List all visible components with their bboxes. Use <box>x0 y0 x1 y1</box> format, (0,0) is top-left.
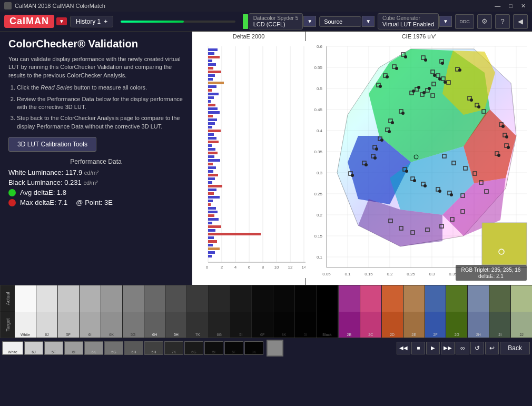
svg-point-174 <box>438 190 441 193</box>
swatch-white-actual[interactable] <box>15 285 36 312</box>
ctrl-swatch-6f[interactable]: 6F <box>224 341 243 355</box>
swatch-7k-target[interactable]: 7K <box>187 312 209 338</box>
actual-label: Actual <box>0 285 15 312</box>
svg-text:0.6: 0.6 <box>317 44 323 49</box>
swatch-2i-target[interactable]: 2I <box>489 312 511 338</box>
history-tab[interactable]: History 1 + <box>70 16 113 27</box>
ctrl-swatch-6j[interactable]: 6J <box>24 341 43 355</box>
ddc-button[interactable]: DDC <box>455 14 474 29</box>
play-button[interactable]: ▶ <box>426 342 440 354</box>
ctrl-swatch-6i[interactable]: 6I <box>64 341 83 355</box>
swatch-6j-target[interactable]: 6J <box>36 312 58 338</box>
back-nav-button[interactable]: ◀ <box>513 14 528 29</box>
swatch-6g-target[interactable]: 6G <box>209 312 230 338</box>
svg-text:0: 0 <box>206 265 209 270</box>
swatch-2g-target[interactable]: 2G <box>446 312 468 338</box>
swatch-6k-target[interactable]: 6K <box>101 312 123 338</box>
swatch-6j-actual[interactable] <box>36 285 58 312</box>
swatch-2f-actual[interactable] <box>425 285 447 312</box>
device-selector[interactable]: Datacolor Spyder 5 LCD (CCFL) <box>249 13 303 29</box>
svg-text:0.35: 0.35 <box>314 150 322 154</box>
settings-button[interactable]: ⚙ <box>477 14 492 29</box>
swatch-5f-actual[interactable] <box>58 285 80 312</box>
add-tab-button[interactable]: + <box>104 18 107 25</box>
maximize-button[interactable]: □ <box>507 3 515 9</box>
svg-rect-47 <box>208 159 220 162</box>
svg-text:8: 8 <box>262 265 264 270</box>
swatch-5i-target[interactable]: 5I <box>230 312 252 338</box>
swatch-2c-actual[interactable] <box>360 285 382 312</box>
ctrl-swatch-8k[interactable]: 8K <box>244 341 263 355</box>
swatch-2d-target[interactable]: 2D <box>382 312 403 338</box>
swatch-2j-actual[interactable] <box>511 285 532 312</box>
ctrl-swatch-6g[interactable]: 6G <box>184 341 203 355</box>
swatch-5g-target[interactable]: 5G <box>123 312 144 338</box>
ctrl-swatch-white[interactable]: White <box>2 341 23 355</box>
rewind-button[interactable]: ◀◀ <box>397 342 410 354</box>
swatch-black-target[interactable]: Black <box>317 312 339 338</box>
swatch-2h-actual[interactable] <box>468 285 489 312</box>
generator-dropdown-arrow[interactable]: ▼ <box>439 16 452 27</box>
svg-point-147 <box>417 86 420 89</box>
stop-button[interactable]: ■ <box>411 342 425 354</box>
fastforward-button[interactable]: ▶▶ <box>441 342 455 354</box>
swatch-5i-actual[interactable] <box>230 285 252 312</box>
swatch-6g-actual[interactable] <box>209 285 230 312</box>
svg-rect-43 <box>208 144 212 147</box>
svg-rect-28 <box>208 89 212 92</box>
back-button[interactable]: Back <box>500 342 530 354</box>
svg-rect-70 <box>208 244 213 246</box>
swatch-black-actual[interactable] <box>317 285 339 312</box>
ctrl-swatch-6h[interactable]: 6H <box>124 341 143 355</box>
swatch-2h-target[interactable]: 2H <box>468 312 489 338</box>
swatch-2e-actual[interactable] <box>403 285 425 312</box>
swatch-2g-actual[interactable] <box>446 285 468 312</box>
swatch-2b-actual[interactable] <box>339 285 360 312</box>
swatch-2e-target[interactable]: 2E <box>403 312 425 338</box>
ctrl-swatch-5f[interactable]: 5F <box>44 341 63 355</box>
swatch-2d-actual[interactable] <box>382 285 403 312</box>
minimize-button[interactable]: — <box>492 3 503 9</box>
help-button[interactable]: ? <box>495 14 510 29</box>
source-dropdown-arrow[interactable]: ▼ <box>362 16 375 27</box>
swatch-8k-target[interactable]: 8K <box>273 312 295 338</box>
ctrl-swatch-5h[interactable]: 5H <box>144 341 163 355</box>
swatch-white-target[interactable]: White <box>15 312 36 338</box>
swatch-6i-target[interactable]: 6I <box>80 312 101 338</box>
swatch-2b-target[interactable]: 2B <box>339 312 360 338</box>
swatch-6f-target[interactable]: 6F <box>252 312 273 338</box>
calman-logo-dropdown[interactable]: ▼ <box>56 17 67 25</box>
swatch-5h-actual[interactable] <box>165 285 187 312</box>
playback-controls: ◀◀ ■ ▶ ▶▶ ∞ ↺ ↩ Back <box>397 342 530 354</box>
swatch-5h-target[interactable]: 5H <box>165 312 187 338</box>
lut-calibration-button[interactable]: 3D LUT Calibration Tools <box>8 137 96 152</box>
swatch-6i-actual[interactable] <box>80 285 101 312</box>
swatch-5f-target[interactable]: 5F <box>58 312 80 338</box>
ctrl-swatch-5g[interactable]: 5G <box>104 341 123 355</box>
ctrl-swatch-7k[interactable]: 7K <box>164 341 183 355</box>
swatch-6k-actual[interactable] <box>101 285 123 312</box>
swatch-5i2-target[interactable]: 5I <box>295 312 317 338</box>
swatch-2j-target[interactable]: 2J <box>511 312 532 338</box>
swatch-2c-target[interactable]: 2C <box>360 312 382 338</box>
swatch-6h-target[interactable]: 6H <box>144 312 166 338</box>
swatch-5g-actual[interactable] <box>123 285 144 312</box>
ctrl-swatch-6k[interactable]: 6K <box>84 341 103 355</box>
device-dropdown-arrow[interactable]: ▼ <box>303 16 316 27</box>
svg-rect-22 <box>208 67 213 70</box>
loop-button[interactable]: ∞ <box>456 342 469 354</box>
swatch-2f-target[interactable]: 2F <box>425 312 447 338</box>
swatch-8k-actual[interactable] <box>273 285 295 312</box>
generator-selector[interactable]: Cube Generator Virtual LUT Enabled <box>378 13 439 29</box>
swatch-2i-actual[interactable] <box>489 285 511 312</box>
source-selector[interactable]: Source <box>319 16 361 27</box>
swatch-5i2-actual[interactable] <box>295 285 317 312</box>
swatch-6f-actual[interactable] <box>252 285 273 312</box>
ctrl-swatch-5i[interactable]: 5I <box>204 341 223 355</box>
return-button[interactable]: ↩ <box>485 342 499 354</box>
repeat-button[interactable]: ↺ <box>470 342 484 354</box>
swatch-7k-actual[interactable] <box>187 285 209 312</box>
svg-rect-19 <box>208 56 220 58</box>
close-button[interactable]: ✕ <box>519 3 528 9</box>
swatch-6h-actual[interactable] <box>144 285 166 312</box>
